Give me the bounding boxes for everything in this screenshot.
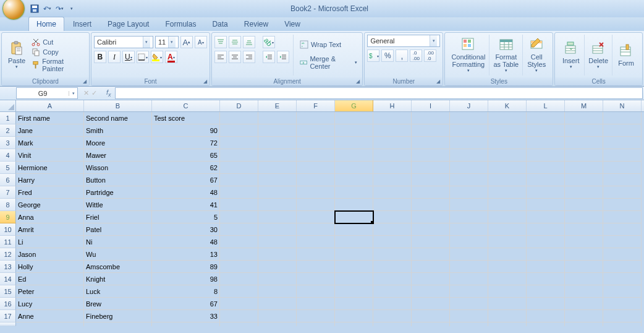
align-right-button[interactable] [243, 51, 255, 63]
cell[interactable] [258, 137, 297, 149]
cell[interactable] [488, 261, 527, 273]
cell[interactable]: 72 [152, 137, 220, 149]
cell[interactable] [450, 186, 488, 199]
row-header[interactable]: 11 [0, 236, 16, 248]
cell[interactable] [220, 310, 258, 322]
undo-icon[interactable]: ↶▾ [42, 4, 52, 14]
cell[interactable]: Jane [16, 124, 84, 137]
cell[interactable] [335, 162, 373, 174]
cell[interactable] [527, 162, 565, 174]
cell[interactable] [488, 199, 527, 211]
cell[interactable] [603, 273, 642, 285]
cell[interactable]: Wu [84, 248, 152, 261]
accounting-format-button[interactable]: $▾ [367, 50, 379, 62]
cell[interactable] [220, 261, 258, 273]
cell[interactable] [258, 236, 297, 248]
qat-customize-icon[interactable]: ▾ [67, 4, 77, 14]
cell[interactable] [335, 322, 373, 326]
cell[interactable] [488, 285, 527, 298]
cell[interactable] [527, 124, 565, 137]
cell[interactable] [335, 149, 373, 162]
format-cells-button[interactable]: Form [612, 35, 640, 76]
redo-icon[interactable]: ↷▾ [54, 4, 64, 14]
cell[interactable]: Wisson [84, 162, 152, 174]
cell[interactable] [527, 199, 565, 211]
insert-cells-button[interactable]: Insert▾ [557, 35, 585, 76]
cell[interactable] [258, 186, 297, 199]
row-header[interactable]: 7 [0, 186, 16, 199]
cell[interactable]: Wittle [84, 199, 152, 211]
cell[interactable] [565, 137, 603, 149]
font-color-button[interactable]: A▾ [165, 51, 177, 63]
cell[interactable] [412, 261, 450, 273]
cell-styles-button[interactable]: Cell Styles▾ [523, 35, 550, 76]
cell[interactable] [220, 211, 258, 223]
cell[interactable] [412, 112, 450, 124]
delete-cells-button[interactable]: Delete▾ [585, 35, 612, 76]
cell[interactable] [258, 285, 297, 298]
cell[interactable] [335, 186, 373, 199]
tab-insert[interactable]: Insert [66, 17, 99, 31]
cell[interactable] [373, 273, 412, 285]
cell[interactable]: Amscombe [84, 261, 152, 273]
cell[interactable] [297, 310, 335, 322]
cell[interactable] [258, 149, 297, 162]
cell[interactable] [603, 124, 642, 137]
cell[interactable]: 13 [152, 248, 220, 261]
cell[interactable] [450, 285, 488, 298]
cell[interactable] [565, 162, 603, 174]
cell[interactable] [335, 273, 373, 285]
cell[interactable] [603, 174, 642, 186]
cell[interactable] [297, 174, 335, 186]
cell[interactable]: Holly [16, 261, 84, 273]
cell[interactable] [488, 322, 527, 326]
cell[interactable] [527, 174, 565, 186]
cell[interactable] [450, 199, 488, 211]
cell[interactable] [412, 124, 450, 137]
cell[interactable] [373, 236, 412, 248]
cell[interactable] [603, 186, 642, 199]
column-header[interactable]: K [488, 100, 527, 111]
cell[interactable] [152, 322, 220, 326]
conditional-formatting-button[interactable]: Conditional Formatting▾ [447, 35, 489, 76]
cell[interactable] [220, 174, 258, 186]
cell[interactable] [258, 223, 297, 236]
cell[interactable] [220, 137, 258, 149]
cell[interactable] [527, 322, 565, 326]
cell[interactable] [450, 112, 488, 124]
cell[interactable] [412, 199, 450, 211]
cell[interactable] [527, 261, 565, 273]
orientation-button[interactable]: ab▾ [263, 36, 275, 48]
row-header[interactable]: 8 [0, 199, 16, 211]
cell[interactable] [603, 248, 642, 261]
align-middle-button[interactable] [229, 36, 241, 48]
cell[interactable] [450, 261, 488, 273]
align-bottom-button[interactable] [243, 36, 255, 48]
cell[interactable] [335, 211, 373, 223]
row-header[interactable]: 4 [0, 149, 16, 162]
row-header[interactable]: 16 [0, 298, 16, 310]
cell[interactable] [297, 149, 335, 162]
row-header[interactable]: 17 [0, 310, 16, 322]
grow-font-button[interactable]: A▴ [180, 36, 193, 48]
row-header[interactable]: 6 [0, 174, 16, 186]
cell[interactable] [335, 199, 373, 211]
cell[interactable] [565, 248, 603, 261]
cell[interactable]: Mawer [84, 149, 152, 162]
cell[interactable] [527, 285, 565, 298]
percent-button[interactable]: % [381, 50, 394, 62]
cell[interactable] [258, 248, 297, 261]
cell[interactable]: 62 [152, 162, 220, 174]
cell[interactable] [488, 174, 527, 186]
cell[interactable] [565, 112, 603, 124]
cell[interactable] [412, 137, 450, 149]
cell[interactable] [488, 236, 527, 248]
underline-button[interactable]: U▾ [122, 51, 135, 63]
cell[interactable] [335, 137, 373, 149]
cell[interactable] [373, 223, 412, 236]
cell[interactable] [220, 298, 258, 310]
cell[interactable] [220, 322, 258, 326]
cell[interactable] [450, 310, 488, 322]
row-header[interactable]: 15 [0, 285, 16, 298]
cell[interactable] [412, 162, 450, 174]
